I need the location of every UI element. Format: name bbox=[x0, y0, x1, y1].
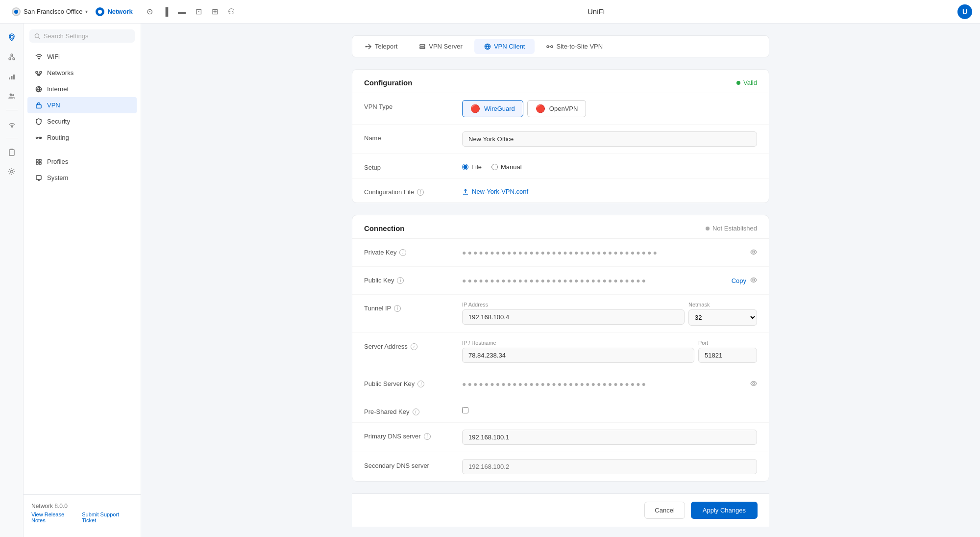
vpn-type-openvpn[interactable]: 🔴 OpenVPN bbox=[527, 100, 587, 117]
search-input[interactable] bbox=[44, 32, 130, 40]
vpn-type-group: 🔴 WireGuard 🔴 OpenVPN bbox=[462, 100, 757, 117]
vpn-client-tab-icon bbox=[484, 43, 491, 50]
connection-title: Connection bbox=[364, 224, 405, 232]
release-notes-link[interactable]: View Release Notes bbox=[31, 511, 78, 523]
pre-shared-key-checkbox[interactable] bbox=[462, 407, 468, 413]
search-box[interactable] bbox=[29, 29, 135, 43]
content-area: Teleport VPN Server VPN Client Site-to-S… bbox=[340, 24, 781, 537]
server-address-info-icon[interactable]: i bbox=[411, 343, 417, 350]
site-selector[interactable]: San Francisco Office ▾ bbox=[8, 5, 92, 18]
public-server-key-info-icon[interactable]: i bbox=[417, 381, 424, 387]
svg-point-48 bbox=[753, 279, 755, 281]
private-key-info-icon[interactable]: i bbox=[399, 249, 406, 256]
secondary-dns-input[interactable] bbox=[462, 459, 757, 474]
tab-site-to-site[interactable]: Site-to-Site VPN bbox=[537, 39, 612, 54]
vpn-type-row: VPN Type 🔴 WireGuard 🔴 OpenVPN bbox=[352, 93, 769, 125]
apply-changes-button[interactable]: Apply Changes bbox=[691, 502, 758, 519]
setup-file-radio[interactable] bbox=[462, 164, 468, 170]
globe-icon bbox=[35, 86, 42, 93]
pre-shared-key-control bbox=[462, 405, 757, 413]
setup-manual-radio[interactable] bbox=[491, 164, 498, 170]
sidebar-item-vpn[interactable]: VPN bbox=[27, 97, 137, 113]
name-input[interactable] bbox=[462, 131, 757, 147]
valid-status-text: Valid bbox=[743, 79, 757, 86]
status-valid: Valid bbox=[736, 79, 757, 86]
setup-manual-option[interactable]: Manual bbox=[491, 163, 522, 171]
phone-icon[interactable]: ▐ bbox=[163, 7, 168, 16]
sidebar-icon-clipboard[interactable] bbox=[4, 144, 20, 160]
tab-vpn-server-label: VPN Server bbox=[429, 43, 463, 50]
tunnel-ip-row: Tunnel IP i IP Address Netmask bbox=[352, 295, 769, 333]
pre-shared-key-info-icon[interactable]: i bbox=[413, 409, 419, 415]
sidebar-item-wifi[interactable]: WiFi bbox=[27, 49, 137, 65]
sidebar-item-routing[interactable]: Routing bbox=[27, 129, 137, 146]
sidebar-item-security[interactable]: Security bbox=[27, 113, 137, 129]
sidebar-icon-wifi-signal[interactable] bbox=[4, 116, 20, 132]
sidebar-icon-settings[interactable] bbox=[4, 164, 20, 179]
vpn-type-label: VPN Type bbox=[364, 100, 462, 110]
connection-card: Connection Not Established Private Key i bbox=[352, 215, 769, 482]
users-icon[interactable]: ⚇ bbox=[228, 7, 235, 16]
server-addr-input[interactable] bbox=[462, 348, 694, 363]
grid-icon[interactable]: ⊞ bbox=[212, 7, 218, 16]
private-key-label: Private Key i bbox=[364, 246, 462, 256]
sidebar-icon-topology[interactable] bbox=[4, 49, 20, 65]
svg-rect-32 bbox=[36, 162, 38, 164]
footer-actions: Cancel Apply Changes bbox=[352, 493, 769, 527]
svg-point-11 bbox=[12, 94, 14, 96]
copy-button[interactable]: Copy bbox=[732, 277, 746, 284]
protect-icon[interactable]: ⊡ bbox=[196, 7, 202, 16]
avatar[interactable]: U bbox=[957, 4, 972, 19]
cancel-button[interactable]: Cancel bbox=[644, 502, 685, 519]
server-hostname-field: IP / Hostname bbox=[462, 340, 694, 363]
private-key-row: Private Key i ●●●●●●●●●●●●●●●●●●●●●●●●●●… bbox=[352, 239, 769, 267]
tab-vpn-client[interactable]: VPN Client bbox=[474, 39, 535, 54]
support-ticket-link[interactable]: Submit Support Ticket bbox=[82, 511, 133, 523]
sidebar-item-internet[interactable]: Internet bbox=[27, 81, 137, 97]
svg-point-41 bbox=[424, 47, 425, 48]
sidebar-icon-stats[interactable] bbox=[4, 69, 20, 84]
sidebar-item-label-internet: Internet bbox=[47, 85, 69, 93]
private-key-eye-icon[interactable] bbox=[750, 249, 757, 257]
primary-dns-input[interactable] bbox=[462, 430, 757, 445]
private-key-control: ●●●●●●●●●●●●●●●●●●●●●●●●●●●●●●●●●●● bbox=[462, 246, 757, 259]
chevron-down-icon: ▾ bbox=[85, 9, 88, 14]
primary-dns-info-icon[interactable]: i bbox=[424, 433, 431, 440]
config-file-link[interactable]: New-York-VPN.conf bbox=[462, 185, 757, 195]
svg-point-40 bbox=[424, 45, 425, 45]
camera-icon[interactable]: ⊙ bbox=[147, 7, 153, 16]
netmask-select[interactable]: 32 bbox=[688, 309, 757, 326]
public-key-control: ●●●●●●●●●●●●●●●●●●●●●●●●●●●●●●●●● Copy bbox=[462, 274, 757, 287]
config-file-info-icon[interactable]: i bbox=[417, 189, 424, 196]
public-server-key-eye-icon[interactable] bbox=[750, 380, 757, 388]
configuration-title: Configuration bbox=[364, 78, 412, 87]
tunnel-ip-input[interactable] bbox=[462, 309, 685, 325]
svg-line-6 bbox=[12, 56, 14, 58]
public-key-eye-icon[interactable] bbox=[750, 277, 757, 285]
setup-file-option[interactable]: File bbox=[462, 163, 482, 171]
server-address-label: Server Address i bbox=[364, 340, 462, 350]
vpn-type-wireguard[interactable]: 🔴 WireGuard bbox=[462, 100, 523, 117]
sidebar-icon-clients[interactable] bbox=[4, 88, 20, 104]
public-key-info-icon[interactable]: i bbox=[397, 277, 404, 284]
svg-rect-7 bbox=[9, 77, 10, 79]
sidebar-icon-location[interactable] bbox=[4, 29, 20, 45]
topbar-left: San Francisco Office ▾ Network ⊙ ▐ ▬ ⊡ ⊞… bbox=[8, 5, 235, 18]
config-file-control: New-York-VPN.conf bbox=[462, 185, 757, 195]
secondary-dns-control bbox=[462, 459, 757, 474]
sidebar-item-system[interactable]: System bbox=[27, 170, 137, 186]
svg-rect-34 bbox=[36, 176, 41, 179]
valid-status-dot bbox=[736, 81, 740, 85]
tab-teleport-label: Teleport bbox=[375, 43, 397, 50]
tab-vpn-server[interactable]: VPN Server bbox=[409, 39, 472, 54]
sidebar-item-profiles[interactable]: Profiles bbox=[27, 153, 137, 170]
device-icon[interactable]: ▬ bbox=[178, 7, 186, 16]
teleport-tab-icon bbox=[365, 43, 372, 50]
tab-teleport[interactable]: Teleport bbox=[355, 39, 407, 54]
server-port-input[interactable] bbox=[698, 348, 757, 363]
sidebar-item-networks[interactable]: Networks bbox=[27, 65, 137, 81]
svg-point-15 bbox=[35, 34, 39, 38]
app-nav-network[interactable]: Network bbox=[96, 7, 132, 16]
tunnel-ip-info-icon[interactable]: i bbox=[394, 305, 401, 312]
sidebar-links: View Release Notes Submit Support Ticket bbox=[31, 511, 133, 523]
